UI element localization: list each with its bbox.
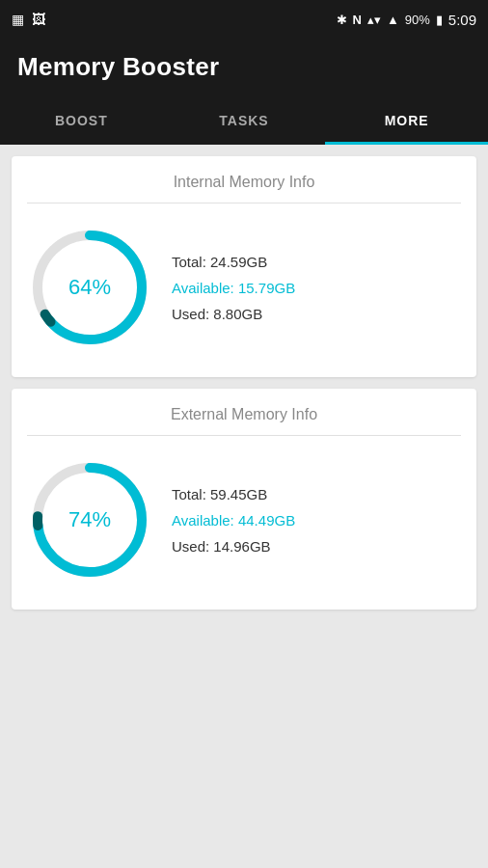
nfc-icon: N: [353, 13, 362, 27]
internal-memory-card: Internal Memory Info 64% Total: 24.59GB …: [12, 156, 476, 377]
tab-tasks[interactable]: TASKS: [163, 99, 326, 145]
battery-icon: ▮: [436, 13, 443, 27]
external-memory-body: 74% Total: 59.45GB Available: 44.49GB Us…: [27, 449, 461, 590]
internal-available: Available: 15.79GB: [172, 280, 295, 296]
bluetooth-icon: ✱: [337, 13, 347, 27]
external-memory-title: External Memory Info: [27, 406, 461, 436]
tab-bar: BOOST TASKS MORE: [0, 99, 488, 145]
external-percent-label: 74%: [68, 507, 111, 532]
internal-memory-body: 64% Total: 24.59GB Available: 15.79GB Us…: [27, 217, 461, 358]
internal-used: Used: 8.80GB: [172, 306, 295, 322]
app-title: Memory Booster: [17, 52, 219, 81]
internal-total: Total: 24.59GB: [172, 254, 295, 270]
external-available: Available: 44.49GB: [172, 512, 295, 529]
signal-icon: ▲: [387, 13, 399, 27]
external-total: Total: 59.45GB: [172, 486, 295, 502]
tab-boost[interactable]: BOOST: [0, 99, 163, 145]
status-bar: ▦ 🖼 ✱ N ▴▾ ▲ 90% ▮ 5:09: [0, 0, 488, 39]
battery-percent: 90%: [405, 13, 430, 27]
external-used: Used: 14.96GB: [172, 538, 295, 555]
internal-memory-chart: 64%: [27, 225, 152, 350]
internal-memory-info: Total: 24.59GB Available: 15.79GB Used: …: [172, 254, 295, 322]
external-memory-chart: 74%: [27, 457, 152, 583]
wifi-icon: ▴▾: [367, 13, 381, 27]
time: 5:09: [448, 12, 476, 28]
external-memory-card: External Memory Info 74% Total: 59.45GB …: [12, 389, 476, 610]
internal-memory-title: Internal Memory Info: [27, 174, 461, 203]
internal-percent-label: 64%: [68, 275, 111, 300]
app-header: Memory Booster: [0, 39, 488, 99]
external-memory-info: Total: 59.45GB Available: 44.49GB Used: …: [172, 486, 295, 555]
image-icon: 🖼: [32, 12, 45, 27]
tab-more[interactable]: MORE: [325, 99, 488, 145]
content-area: Internal Memory Info 64% Total: 24.59GB …: [0, 145, 488, 621]
sim-icon: ▦: [12, 12, 24, 27]
